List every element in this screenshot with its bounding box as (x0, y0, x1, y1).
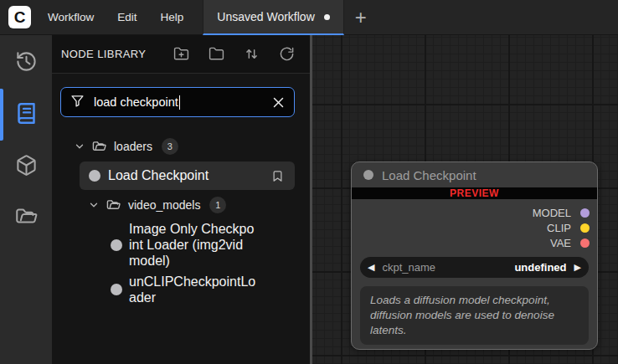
tree-folder-video-models[interactable]: video_models 1 (52, 194, 310, 216)
node-label: Load Checkpoint (108, 168, 209, 183)
search-value: load checkpoint (94, 95, 178, 109)
panel-toolbar (173, 46, 295, 62)
menu-workflow[interactable]: Workflow (36, 0, 106, 35)
menu-group: Workflow Edit Help (36, 0, 195, 34)
new-workflow-tab-button[interactable]: + (344, 0, 378, 35)
filter-funnel-icon (70, 94, 85, 111)
text-cursor (179, 95, 181, 110)
preview-banner: PREVIEW (352, 187, 597, 199)
tree-item-unclip-checkpoint-loader[interactable]: unCLIPCheckpointLoader (111, 274, 310, 305)
load-checkpoint-node-preview[interactable]: Load Checkpoint PREVIEW MODEL CLIP VAE (351, 161, 598, 350)
node-library-panel: NODE LIBRARY (52, 35, 310, 364)
node-library-header: NODE LIBRARY (52, 35, 310, 74)
node-label: Image Only Checkpoint Loader (img2vid mo… (129, 221, 256, 269)
output-label: CLIP (547, 222, 571, 234)
output-label: VAE (550, 237, 571, 249)
folder-open-icon (15, 206, 38, 232)
comfyui-app: C Workflow Edit Help Unsaved Workflow + (0, 0, 618, 364)
output-slot-icon[interactable] (580, 238, 590, 248)
tree-item-image-only-checkpoint-loader[interactable]: Image Only Checkpoint Loader (img2vid mo… (111, 221, 310, 269)
sidebar-rail (0, 35, 52, 364)
folder-label: loaders (114, 140, 152, 153)
graph-canvas[interactable]: Load Checkpoint PREVIEW MODEL CLIP VAE (310, 35, 618, 364)
tree-folder-loaders[interactable]: loaders 3 (52, 136, 310, 157)
node-dot-icon (89, 170, 100, 182)
node-dot-icon (111, 284, 122, 295)
node-description: Loads a diffusion model checkpoint, diff… (360, 286, 589, 345)
node-outputs: MODEL CLIP VAE (352, 199, 597, 250)
folder-open-icon (92, 140, 106, 154)
node-library-book-icon (15, 102, 38, 128)
sidebar-item-workflows[interactable] (0, 192, 52, 244)
output-model: MODEL (352, 205, 590, 220)
folder-open-icon (106, 198, 121, 213)
clear-search-icon[interactable] (272, 96, 285, 109)
preview-label: PREVIEW (450, 188, 499, 198)
sidebar-item-node-library[interactable] (0, 89, 52, 141)
widget-value: undefined (514, 261, 566, 274)
output-clip: CLIP (352, 220, 590, 235)
history-icon (15, 50, 38, 76)
sidebar-item-model-library[interactable] (0, 141, 52, 192)
node-header[interactable]: Load Checkpoint (352, 162, 597, 187)
search-input[interactable]: load checkpoint (60, 87, 295, 117)
node-dot-icon (111, 239, 122, 251)
output-slot-icon[interactable] (580, 223, 590, 233)
output-label: MODEL (533, 207, 571, 219)
output-slot-icon[interactable] (580, 208, 590, 218)
unsaved-changes-dot-icon (324, 14, 330, 20)
bookmark-icon[interactable] (271, 170, 284, 182)
cube-icon (15, 154, 38, 180)
folder-icon[interactable] (209, 46, 224, 62)
tab-label: Unsaved Workflow (217, 10, 314, 23)
node-label: unCLIPCheckpointLoader (129, 274, 256, 305)
sort-icon[interactable] (244, 46, 260, 62)
comfyui-logo-icon[interactable]: C (8, 6, 31, 28)
ckpt-name-widget[interactable]: ◀ ckpt_name undefined ▶ (360, 257, 589, 278)
top-menubar: C Workflow Edit Help Unsaved Workflow + (0, 0, 618, 35)
count-badge: 1 (209, 197, 226, 213)
menu-edit[interactable]: Edit (106, 0, 148, 35)
chevron-down-icon[interactable] (88, 199, 100, 211)
node-collapse-dot-icon[interactable] (363, 170, 373, 180)
node-title: Load Checkpoint (382, 168, 476, 182)
prev-arrow-icon[interactable]: ◀ (368, 263, 374, 272)
menu-help[interactable]: Help (149, 0, 196, 35)
tree-item-load-checkpoint[interactable]: Load Checkpoint (80, 161, 295, 190)
next-arrow-icon[interactable]: ▶ (574, 263, 581, 272)
sidebar-item-history[interactable] (0, 37, 52, 89)
output-vae: VAE (352, 235, 590, 250)
new-folder-icon[interactable] (173, 46, 189, 62)
panel-title: NODE LIBRARY (61, 48, 146, 60)
tab-unsaved-workflow[interactable]: Unsaved Workflow (203, 0, 343, 35)
chevron-down-icon[interactable] (74, 141, 85, 152)
count-badge: 3 (162, 138, 178, 155)
node-tree: loaders 3 Load Checkpoint (52, 136, 310, 305)
folder-label: video_models (128, 198, 200, 212)
refresh-icon[interactable] (279, 46, 295, 62)
widget-name: ckpt_name (382, 261, 435, 274)
